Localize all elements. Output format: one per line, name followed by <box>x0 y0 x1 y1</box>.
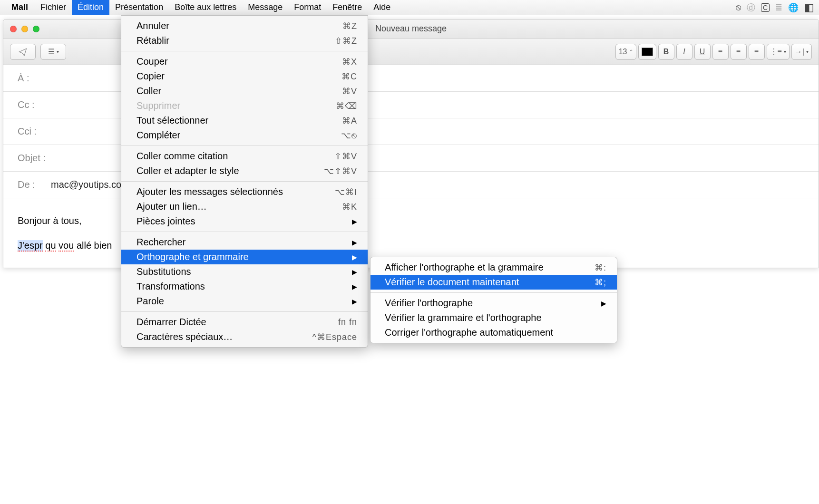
menu-shortcut: ⌘Z <box>342 21 357 31</box>
menu-item-label: Tout sélectionner <box>136 115 208 126</box>
submenu-arrow-icon: ▶ <box>352 298 357 305</box>
edition-item-13[interactable]: Ajouter les messages sélectionnés⌥⌘I <box>121 184 368 199</box>
menu-item-label: Copier <box>136 71 165 82</box>
menu-shortcut: ⇧⌘V <box>334 151 357 162</box>
menu-shortcut: ⌘⌫ <box>336 101 357 111</box>
menu-separator <box>121 145 368 146</box>
menu-shortcut: fn fn <box>338 317 357 327</box>
align-right-button[interactable]: ≡ <box>749 44 765 60</box>
menu-fichier[interactable]: Fichier <box>35 0 72 15</box>
menu-shortcut: ⌥⎋ <box>341 130 357 141</box>
spellcheck-item-4[interactable]: Vérifier la grammaire et l'orthographe <box>370 310 617 325</box>
menu-shortcut: ⌥⌘I <box>335 187 357 197</box>
caret-icon: ⌃ <box>629 49 633 54</box>
bold-button[interactable]: B <box>658 44 674 60</box>
indent-button[interactable]: →| ▾ <box>791 44 812 60</box>
menu-item-label: Coller <box>136 86 161 97</box>
submenu-arrow-icon: ▶ <box>601 300 606 307</box>
font-size-select[interactable]: 13 ⌃ <box>615 44 636 60</box>
menu-item-label: Vérifier la grammaire et l'orthographe <box>385 312 542 323</box>
bcc-label: Cci : <box>18 126 46 137</box>
menu-shortcut: ⌘C <box>341 71 357 82</box>
edition-item-1[interactable]: Rétablir⇧⌘Z <box>121 33 368 48</box>
power-icon[interactable]: ⦸ <box>736 2 741 12</box>
spellcheck-item-5[interactable]: Corriger l'orthographe automatiquement <box>370 325 617 340</box>
menu-separator <box>370 292 617 293</box>
menu-item-label: Compléter <box>136 130 180 141</box>
to-label: À : <box>18 73 46 84</box>
paper-plane-icon <box>18 48 28 56</box>
menu-item-label: Vérifier le document maintenant <box>385 277 519 288</box>
italic-button[interactable]: I <box>676 44 692 60</box>
globe-icon[interactable]: 🌐 <box>788 2 799 13</box>
edition-item-8[interactable]: Compléter⌥⎋ <box>121 128 368 143</box>
edition-item-19[interactable]: Substitutions▶ <box>121 264 368 279</box>
menu-item-label: Afficher l'orthographe et la grammaire <box>385 262 544 273</box>
indent-icon: →| <box>795 48 804 56</box>
edition-item-4[interactable]: Copier⌘C <box>121 69 368 84</box>
underline-button[interactable]: U <box>694 44 711 60</box>
text-color-button[interactable] <box>638 44 656 60</box>
menu-item-label: Couper <box>136 56 168 67</box>
d-icon[interactable]: ⓓ <box>747 2 755 13</box>
menu-format[interactable]: Format <box>288 0 327 15</box>
edition-item-3[interactable]: Couper⌘X <box>121 54 368 69</box>
menu-item-label: Rechercher <box>136 237 185 248</box>
edition-item-14[interactable]: Ajouter un lien…⌘K <box>121 199 368 214</box>
lines-icon[interactable]: ≣ <box>775 2 782 13</box>
edition-item-20[interactable]: Transformations▶ <box>121 279 368 294</box>
menu-edition[interactable]: Édition <box>72 0 109 15</box>
edition-item-0[interactable]: Annuler⌘Z <box>121 19 368 33</box>
edition-item-7[interactable]: Tout sélectionner⌘A <box>121 113 368 128</box>
menu-item-label: Parole <box>136 296 164 307</box>
edition-item-15[interactable]: Pièces jointes▶ <box>121 214 368 229</box>
edition-item-23[interactable]: Démarrer Dictéefn fn <box>121 315 368 330</box>
header-fields-button[interactable]: ☰▾ <box>40 44 66 60</box>
menu-item-label: Supprimer <box>136 100 180 111</box>
menu-item-label: Coller comme citation <box>136 151 228 162</box>
edition-item-11[interactable]: Coller et adapter le style⌥⇧⌘V <box>121 164 368 178</box>
menu-aide[interactable]: Aide <box>368 0 396 15</box>
menu-item-label: Pièces jointes <box>136 216 195 227</box>
app-name[interactable]: Mail <box>11 2 28 12</box>
submenu-arrow-icon: ▶ <box>352 239 357 246</box>
spellcheck-item-0[interactable]: Afficher l'orthographe et la grammaire⌘: <box>370 260 617 275</box>
menu-item-label: Caractères spéciaux… <box>136 331 233 342</box>
menu-separator <box>121 232 368 232</box>
align-center-button[interactable]: ≡ <box>731 44 747 60</box>
edition-item-18[interactable]: Orthographe et grammaire▶ <box>121 250 368 264</box>
list-style-button[interactable]: ⋮≡ ▾ <box>767 44 790 60</box>
align-left-button[interactable]: ≡ <box>712 44 729 60</box>
edition-item-17[interactable]: Rechercher▶ <box>121 235 368 250</box>
edition-item-24[interactable]: Caractères spéciaux…^⌘Espace <box>121 330 368 344</box>
compose-text: allé bien <box>77 240 112 251</box>
menu-shortcut: ⌘V <box>342 86 357 97</box>
spellcheck-item-3[interactable]: Vérifier l'orthographe▶ <box>370 296 617 310</box>
menu-fenetre[interactable]: Fenêtre <box>327 0 368 15</box>
menu-shortcut: ⌘X <box>342 57 357 67</box>
send-button[interactable] <box>10 44 36 60</box>
menu-message[interactable]: Message <box>242 0 288 15</box>
edition-item-21[interactable]: Parole▶ <box>121 294 368 309</box>
menu-item-label: Annuler <box>136 20 169 31</box>
menu-item-label: Vérifier l'orthographe <box>385 298 473 309</box>
edition-item-5[interactable]: Coller⌘V <box>121 84 368 98</box>
edition-item-10[interactable]: Coller comme citation⇧⌘V <box>121 149 368 164</box>
chevron-down-icon: ▾ <box>806 49 809 54</box>
spellcheck-item-1[interactable]: Vérifier le document maintenant⌘; <box>370 275 617 290</box>
menu-shortcut: ⌘: <box>595 262 606 273</box>
menu-presentation[interactable]: Présentation <box>109 0 169 15</box>
cc-label: Cc : <box>18 99 46 110</box>
menu-boite-aux-lettres[interactable]: Boîte aux lettres <box>169 0 242 15</box>
submenu-arrow-icon: ▶ <box>352 283 357 291</box>
menu-separator <box>121 51 368 51</box>
c-box-icon[interactable]: C <box>761 3 770 12</box>
menu-shortcut: ⌘; <box>595 277 606 288</box>
menu-separator <box>121 181 368 182</box>
bookmark-icon[interactable]: ◧ <box>804 1 814 14</box>
color-swatch-icon <box>642 48 653 56</box>
system-menubar: Mail Fichier Édition Présentation Boîte … <box>0 0 819 15</box>
from-label: De : <box>18 179 46 190</box>
menu-item-label: Ajouter un lien… <box>136 201 207 212</box>
menu-shortcut: ⌘A <box>342 116 357 126</box>
